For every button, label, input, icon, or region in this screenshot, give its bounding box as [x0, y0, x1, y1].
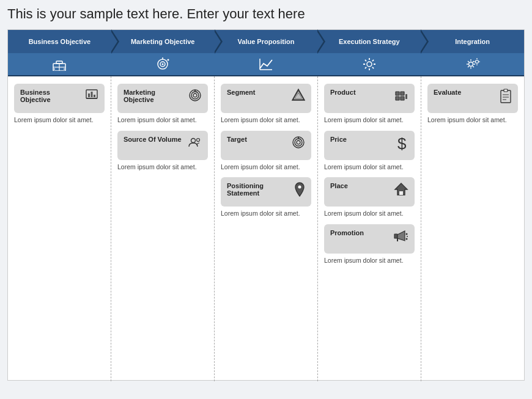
icon-cell-3 [317, 57, 421, 71]
card-desc: Lorem ipsum dolor sit amet. [221, 163, 311, 172]
card-icon [394, 182, 408, 199]
content-col-0: Business ObjectiveLorem ipsum dolor sit … [8, 76, 111, 381]
page-wrapper: This is your sample text here. Enter you… [0, 0, 532, 399]
header-cell-1: Marketing Objective [111, 30, 215, 53]
card-title: Product [330, 89, 390, 96]
svg-point-27 [197, 138, 200, 141]
svg-rect-37 [396, 92, 399, 95]
svg-rect-50 [501, 90, 511, 103]
card-4-0: Evaluate [427, 84, 518, 113]
content-col-3: ProductLorem ipsum dolor sit amet.Price$… [318, 76, 421, 381]
card-3-1: Price$ [324, 131, 415, 160]
icon-cell-1 [111, 57, 215, 71]
svg-rect-1 [56, 61, 62, 64]
header-cell-0: Business Objective [8, 30, 111, 53]
col-entry-3-3: PromotionLorem ipsum dolor sit amet. [324, 224, 415, 265]
card-title: Evaluate [434, 89, 496, 96]
content-col-4: EvaluateLorem ipsum dolor sit amet. [421, 76, 524, 381]
col-entry-1-1: Source Of VolumeLorem ipsum dolor sit am… [117, 131, 208, 172]
card-title: Place [330, 182, 390, 189]
svg-point-13 [367, 62, 372, 67]
svg-point-36 [298, 186, 301, 189]
card-0-0: Business Objective [14, 84, 105, 113]
svg-point-26 [191, 138, 196, 142]
svg-point-23 [193, 93, 197, 97]
svg-line-25 [196, 92, 197, 93]
header-cell-2: Value Proposition [215, 30, 318, 53]
page-title: This is your sample text here. Enter you… [7, 6, 525, 22]
svg-rect-18 [88, 93, 90, 97]
content-col-1: Marketing ObjectiveLorem ipsum dolor sit… [111, 76, 215, 381]
card-desc: Lorem ipsum dolor sit amet. [324, 256, 415, 265]
card-icon [294, 182, 305, 200]
card-title: Promotion [330, 229, 390, 236]
svg-point-15 [475, 60, 478, 64]
card-icon [500, 89, 512, 107]
svg-rect-41 [405, 94, 407, 99]
card-2-2: Positioning Statement [221, 177, 311, 207]
header-cell-4: Integration [421, 30, 524, 53]
card-2-0: Segment [221, 84, 311, 113]
svg-point-5 [64, 68, 65, 70]
card-icon [394, 89, 408, 106]
col-entry-2-2: Positioning StatementLorem ipsum dolor s… [221, 177, 311, 218]
card-desc: Lorem ipsum dolor sit amet. [221, 115, 311, 125]
icon-cell-0 [8, 57, 111, 71]
card-icon [292, 136, 305, 153]
card-3-2: Place [324, 177, 415, 207]
card-desc: Lorem ipsum dolor sit amet. [324, 163, 415, 172]
svg-point-14 [468, 62, 473, 67]
content-row: Business ObjectiveLorem ipsum dolor sit … [8, 76, 524, 381]
card-title: Price [330, 136, 394, 143]
main-container: Business ObjectiveMarketing ObjectiveVal… [7, 29, 525, 381]
svg-point-48 [407, 236, 408, 237]
card-icon [292, 89, 305, 104]
card-title: Segment [227, 89, 288, 96]
card-desc: Lorem ipsum dolor sit amet. [324, 209, 415, 218]
icon-cell-2 [215, 57, 318, 71]
card-icon [85, 89, 98, 104]
card-desc: Lorem ipsum dolor sit amet. [221, 209, 311, 218]
card-icon [188, 89, 202, 106]
card-title: Marketing Objective [124, 89, 185, 103]
card-desc: Lorem ipsum dolor sit amet. [324, 115, 415, 125]
card-title: Source Of Volume [124, 136, 185, 143]
header-row: Business ObjectiveMarketing ObjectiveVal… [8, 30, 524, 53]
card-2-1: Target [221, 131, 311, 160]
header-cell-3: Execution Strategy [317, 30, 421, 53]
svg-point-8 [162, 64, 164, 65]
card-3-3: Promotion [324, 224, 415, 254]
svg-point-22 [191, 92, 199, 99]
svg-rect-19 [91, 92, 93, 97]
svg-point-49 [406, 238, 408, 240]
card-title: Business Objective [20, 89, 81, 103]
content-col-2: SegmentLorem ipsum dolor sit amet.Target… [215, 76, 318, 381]
card-desc: Lorem ipsum dolor sit amet. [427, 115, 518, 125]
col-entry-3-0: ProductLorem ipsum dolor sit amet. [324, 84, 415, 125]
svg-rect-20 [94, 95, 95, 97]
svg-line-35 [300, 138, 300, 139]
svg-text:$: $ [397, 136, 407, 152]
col-entry-0-0: Business ObjectiveLorem ipsum dolor sit … [14, 84, 105, 125]
card-icon [188, 136, 202, 153]
card-icon [394, 229, 408, 246]
col-entry-2-1: TargetLorem ipsum dolor sit amet. [221, 131, 311, 172]
svg-rect-45 [394, 234, 397, 238]
icons-row [8, 53, 524, 76]
col-entry-1-0: Marketing ObjectiveLorem ipsum dolor sit… [117, 84, 208, 125]
svg-point-47 [406, 233, 408, 235]
col-entry-2-0: SegmentLorem ipsum dolor sit amet. [221, 84, 311, 125]
card-desc: Lorem ipsum dolor sit amet. [117, 163, 208, 172]
svg-rect-40 [401, 97, 404, 100]
card-icon: $ [397, 136, 408, 155]
svg-rect-38 [401, 92, 404, 95]
card-1-0: Marketing Objective [117, 84, 208, 113]
svg-point-10 [168, 59, 169, 61]
svg-point-33 [297, 141, 300, 144]
col-entry-3-1: Price$Lorem ipsum dolor sit amet. [324, 131, 415, 172]
card-title: Positioning Statement [227, 182, 290, 197]
svg-point-4 [54, 68, 55, 70]
card-desc: Lorem ipsum dolor sit amet. [14, 115, 105, 125]
svg-point-32 [295, 139, 302, 146]
svg-rect-39 [396, 97, 399, 100]
